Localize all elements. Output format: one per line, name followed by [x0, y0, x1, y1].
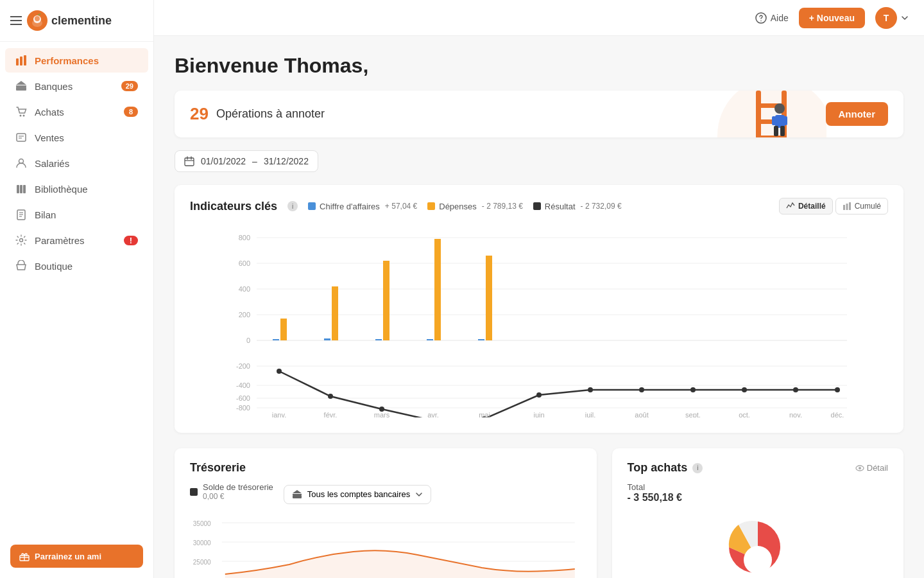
- svg-point-92: [835, 387, 840, 392]
- svg-text:août: août: [635, 411, 648, 417]
- svg-rect-18: [23, 185, 26, 193]
- total-value: - 3 550,18 €: [628, 492, 888, 504]
- legend-depenses-label: Dépenses: [439, 202, 477, 211]
- user-area[interactable]: T: [875, 7, 909, 29]
- sidebar-label-parametres: Paramètres: [35, 235, 85, 246]
- svg-point-27: [717, 91, 826, 137]
- referral-button[interactable]: Parrainez un ami: [10, 545, 143, 568]
- svg-point-81: [277, 369, 282, 374]
- legend-resultat-value: - 2 732,09 €: [581, 202, 622, 211]
- donut-chart: [719, 509, 796, 573]
- tresorerie-header: Trésorerie: [190, 461, 581, 475]
- sidebar-label-bilan: Bilan: [35, 209, 56, 220]
- chart-icon: [786, 202, 795, 211]
- svg-point-89: [690, 387, 696, 392]
- chevron-down-icon: [901, 14, 909, 22]
- treso-controls: Solde de trésorerie 0,00 € Tous les comp…: [190, 482, 581, 506]
- treso-legend-value: 0,00 €: [203, 492, 273, 501]
- svg-rect-106: [293, 495, 302, 498]
- bank-icon: [292, 489, 302, 500]
- svg-text:200: 200: [239, 311, 250, 319]
- sidebar-label-salaries: Salariés: [35, 158, 69, 169]
- top-achats-title: Top achats: [628, 461, 688, 475]
- svg-point-86: [536, 392, 542, 398]
- total-label: Total: [628, 482, 888, 492]
- sidebar-item-boutique[interactable]: Boutique: [5, 254, 148, 278]
- svg-text:déc.: déc.: [831, 411, 844, 417]
- svg-point-88: [639, 387, 644, 392]
- indicateurs-chart: 800 600 400 200 0 -200 -400 -600 -800: [190, 225, 888, 417]
- svg-point-91: [793, 387, 798, 392]
- sidebar-item-achats[interactable]: Achats 8: [5, 100, 148, 124]
- svg-point-3: [35, 16, 40, 21]
- date-filter[interactable]: 01/01/2022 – 31/12/2022: [175, 150, 318, 172]
- chart-header: Indicateurs clés i Chiffre d'affaires + …: [190, 198, 888, 215]
- toggle-detail[interactable]: Détaillé: [779, 198, 833, 215]
- svg-rect-16: [17, 185, 19, 193]
- svg-text:25000: 25000: [193, 559, 211, 566]
- top-achats-info-icon[interactable]: i: [692, 463, 703, 473]
- svg-rect-12: [17, 134, 26, 141]
- ventes-icon: [15, 132, 27, 143]
- bank-selector[interactable]: Tous les comptes bancaires: [284, 485, 431, 504]
- sidebar-item-ventes[interactable]: Ventes: [5, 125, 148, 150]
- svg-text:mars: mars: [374, 411, 390, 417]
- legend-depenses-dot: [427, 202, 435, 210]
- bottom-row: Trésorerie Solde de trésorerie 0,00 €: [175, 448, 903, 578]
- svg-point-11: [23, 115, 25, 117]
- svg-text:juil.: juil.: [585, 411, 596, 417]
- svg-text:-200: -200: [236, 362, 250, 370]
- hamburger-menu[interactable]: [10, 16, 22, 25]
- eye-icon: [855, 464, 864, 473]
- sidebar-item-bibliotheque[interactable]: Bibliothèque: [5, 177, 148, 201]
- svg-text:janv.: janv.: [271, 411, 286, 417]
- svg-point-35: [774, 103, 785, 114]
- svg-point-23: [20, 239, 23, 242]
- svg-rect-8: [16, 87, 26, 91]
- svg-rect-32: [756, 136, 787, 137]
- sidebar-item-parametres[interactable]: Paramètres !: [5, 228, 148, 252]
- svg-text:avr.: avr.: [427, 411, 439, 417]
- page-content: Bienvenue Thomas, 29 Opérations à annote…: [154, 36, 924, 578]
- svg-rect-4: [16, 58, 19, 66]
- svg-rect-75: [375, 339, 382, 340]
- sidebar-label-performances: Performances: [35, 55, 99, 66]
- svg-rect-37: [774, 126, 778, 136]
- svg-rect-73: [324, 338, 330, 340]
- chart-title: Indicateurs clés: [190, 200, 277, 213]
- sidebar-item-salaries[interactable]: Salariés: [5, 151, 148, 175]
- help-label: Aide: [771, 13, 789, 23]
- new-button[interactable]: + Nouveau: [799, 8, 865, 28]
- svg-point-10: [20, 115, 22, 117]
- toggle-cumule[interactable]: Cumulé: [835, 198, 888, 215]
- referral-label: Parrainez un ami: [35, 552, 101, 561]
- legend-ca-value: + 57,04 €: [385, 202, 417, 211]
- svg-text:800: 800: [239, 234, 250, 241]
- legend-depenses-value: - 2 789,13 €: [482, 202, 523, 211]
- parametres-badge: !: [124, 236, 138, 245]
- svg-rect-52: [849, 202, 851, 210]
- date-separator: –: [252, 156, 257, 166]
- svg-text:nov.: nov.: [789, 411, 802, 417]
- logo-area: clementine: [27, 10, 112, 31]
- indicateurs-card: Indicateurs clés i Chiffre d'affaires + …: [175, 185, 903, 433]
- top-achats-detail-link[interactable]: Détail: [855, 463, 888, 473]
- sidebar-item-bilan[interactable]: Bilan: [5, 202, 148, 227]
- top-achats-title-area: Top achats i: [628, 461, 703, 475]
- tresorerie-chart: 35000 30000 25000: [190, 516, 581, 578]
- legend-resultat-label: Résultat: [545, 202, 576, 211]
- sidebar-item-banques[interactable]: Banques 29: [5, 74, 148, 98]
- svg-rect-5: [20, 57, 22, 66]
- svg-rect-51: [846, 204, 848, 210]
- brand-name: clementine: [51, 14, 112, 28]
- treso-legend-info: Solde de trésorerie 0,00 €: [203, 482, 273, 501]
- sidebar-item-performances[interactable]: Performances: [5, 48, 148, 73]
- svg-text:mai: mai: [479, 411, 490, 417]
- help-button[interactable]: Aide: [755, 12, 789, 24]
- svg-text:juin: juin: [533, 411, 544, 417]
- tresorerie-card: Trésorerie Solde de trésorerie 0,00 €: [175, 448, 597, 578]
- annoter-button[interactable]: Annoter: [826, 102, 889, 126]
- indicateurs-info-icon[interactable]: i: [287, 201, 298, 211]
- legend-resultat-dot: [533, 202, 541, 210]
- svg-rect-46: [185, 158, 194, 166]
